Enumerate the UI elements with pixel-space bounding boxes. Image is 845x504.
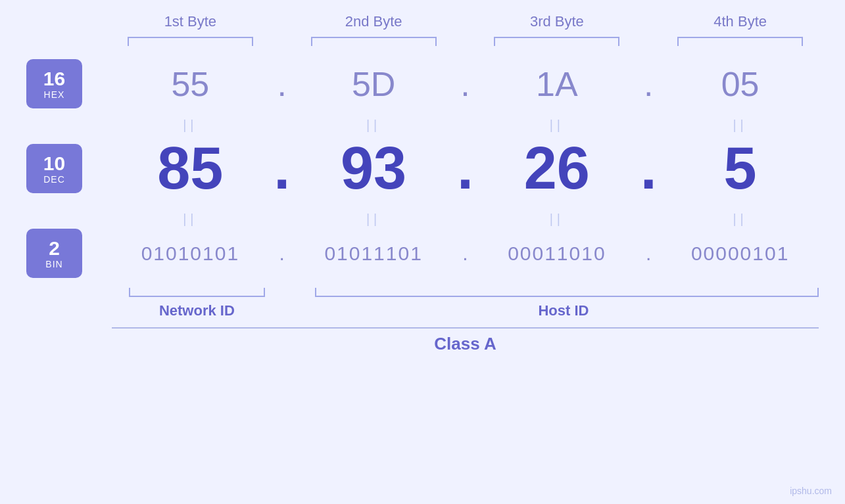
bin-badge-label: BIN xyxy=(45,259,62,269)
hex-badge-base: 16 xyxy=(43,68,65,89)
class-label: Class A xyxy=(112,334,819,354)
network-id-label: Network ID xyxy=(159,302,235,319)
dec-value-1: 85 xyxy=(112,135,269,202)
conn2-cell-4: || xyxy=(662,212,819,227)
hex-badge-label: HEX xyxy=(44,89,65,100)
bracket-spacer-1 xyxy=(269,37,295,46)
dec-dot-3: . xyxy=(635,135,662,202)
hex-dot-2: . xyxy=(452,64,479,104)
network-id-cell: Network ID xyxy=(112,302,282,319)
top-bracket-1 xyxy=(112,37,269,46)
hex-value-2: 5D xyxy=(295,64,452,104)
bin-dot-3: . xyxy=(635,242,662,265)
bin-badge: 2 BIN xyxy=(26,229,82,278)
bin-value-3: 00011010 xyxy=(479,242,636,265)
label-dot-spacer xyxy=(282,302,308,319)
bin-value-4: 00000101 xyxy=(662,242,819,265)
dec-value-4: 5 xyxy=(662,135,819,202)
top-bracket-3 xyxy=(479,37,636,46)
header-spacer-2 xyxy=(452,13,479,30)
dec-dot-2: . xyxy=(452,135,479,202)
hex-badge: 16 HEX xyxy=(26,59,82,108)
hex-dot-1: . xyxy=(269,64,295,104)
class-section: Class A xyxy=(112,327,819,354)
top-brackets xyxy=(112,37,819,46)
byte-headers: 1st Byte 2nd Byte 3rd Byte 4th Byte xyxy=(112,13,819,30)
byte-header-4: 4th Byte xyxy=(662,13,819,30)
hex-value-3: 1A xyxy=(479,64,636,104)
hex-values: 55 . 5D . 1A . 05 xyxy=(112,64,819,104)
byte-header-3: 3rd Byte xyxy=(479,13,636,30)
dec-values: 85 . 93 . 26 . 5 xyxy=(112,135,819,202)
bin-dot-2: . xyxy=(452,242,479,265)
host-id-label: Host ID xyxy=(538,302,589,319)
conn1-cell-3: || xyxy=(479,118,636,133)
dec-badge-base: 10 xyxy=(43,152,65,174)
dec-value-2: 93 xyxy=(295,135,452,202)
dec-row: 10 DEC 85 . 93 . 26 . 5 xyxy=(26,135,819,202)
bottom-dot-spacer-1 xyxy=(282,288,308,297)
conn2-cell-3: || xyxy=(479,212,636,227)
top-bracket-line-2 xyxy=(311,37,437,46)
byte-header-1: 1st Byte xyxy=(112,13,269,30)
header-spacer-1 xyxy=(269,13,295,30)
conn2-cell-1: || xyxy=(112,212,269,227)
watermark: ipshu.com xyxy=(790,486,832,496)
bin-value-1: 01010101 xyxy=(112,242,269,265)
top-bracket-line-1 xyxy=(128,37,253,46)
host-id-cell: Host ID xyxy=(308,302,819,319)
hex-row: 16 HEX 55 . 5D . 1A . 05 xyxy=(26,59,819,108)
top-bracket-line-3 xyxy=(494,37,619,46)
bracket-spacer-2 xyxy=(452,37,479,46)
host-bracket-line xyxy=(315,288,819,297)
bin-row: 2 BIN 01010101 . 01011101 . 00011010 . xyxy=(26,229,819,278)
conn1-cell-1: || xyxy=(112,118,269,133)
network-bracket-wrapper xyxy=(112,288,282,297)
hex-dot-3: . xyxy=(635,64,662,104)
bin-value-2: 01011101 xyxy=(295,242,452,265)
dec-badge: 10 DEC xyxy=(26,144,82,193)
header-spacer-3 xyxy=(635,13,662,30)
hex-value-4: 05 xyxy=(662,64,819,104)
bottom-section: Network ID Host ID xyxy=(112,288,819,319)
dec-dot-1: . xyxy=(269,135,295,202)
id-labels-row: Network ID Host ID xyxy=(112,302,819,319)
network-bracket-line xyxy=(129,288,265,297)
top-bracket-4 xyxy=(662,37,819,46)
host-bracket-wrapper xyxy=(308,288,819,297)
bin-values: 01010101 . 01011101 . 00011010 . 0000010… xyxy=(112,242,819,265)
top-bracket-2 xyxy=(295,37,452,46)
byte-header-2: 2nd Byte xyxy=(295,13,452,30)
bracket-spacer-3 xyxy=(635,37,662,46)
hex-value-1: 55 xyxy=(112,64,269,104)
bottom-brackets-row xyxy=(112,288,819,297)
dec-value-3: 26 xyxy=(479,135,636,202)
conn1-cell-4: || xyxy=(662,118,819,133)
dec-badge-label: DEC xyxy=(43,174,65,185)
conn1-cell-2: || xyxy=(295,118,452,133)
class-bracket-line xyxy=(112,327,819,329)
bin-badge-base: 2 xyxy=(49,237,60,259)
connector-1: || || || || xyxy=(112,115,819,135)
connector-2: || || || || xyxy=(112,209,819,229)
top-bracket-line-4 xyxy=(677,37,803,46)
conn2-cell-2: || xyxy=(295,212,452,227)
bin-dot-1: . xyxy=(269,242,295,265)
